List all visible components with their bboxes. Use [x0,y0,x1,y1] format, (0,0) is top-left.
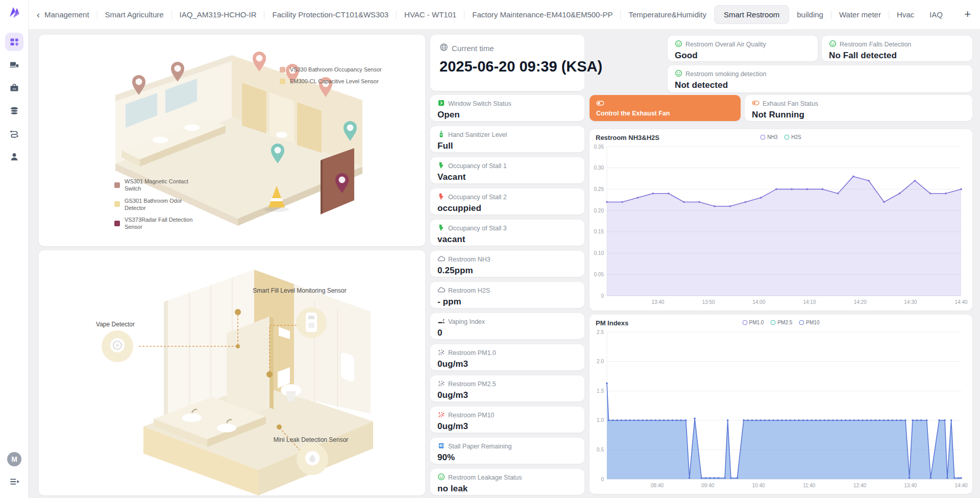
status-card-value: 0.25ppm [437,266,577,276]
alert-card-label: Restroom smoking detection [685,70,766,78]
app-logo[interactable] [7,5,22,20]
svg-text:13:40: 13:40 [651,299,664,305]
sidebar-database-icon[interactable] [5,102,23,120]
smiley-icon [829,40,837,49]
collapse-sidebar-icon[interactable] [9,476,20,487]
globe-icon [439,43,448,53]
current-time-card: Current time 2025-06-20 09:39 (KSA) [430,35,584,91]
legend-swatch [280,67,285,73]
alert-card-value: No Fall detected [829,51,965,61]
tab-hvac[interactable]: Hvac [889,6,922,23]
toilet-icon [437,161,445,171]
stall-detail-illustration [39,250,425,495]
tab-facility-protection-ct101-ws303[interactable]: Facility Protection-CT101&WS303 [264,6,396,23]
svg-text:14:20: 14:20 [854,299,867,305]
alert-card-label: Restroom Falls Detection [840,41,911,48]
tab-hvac-wt101[interactable]: HVAC - WT101 [397,6,464,23]
tab-iaq[interactable]: IAQ [922,6,950,23]
alert-card-value: Good [675,51,811,61]
overview-legend-item: VS330 Bathroom Occupancy Sensor [280,66,382,73]
tab-smart-restroom[interactable]: Smart Restroom [714,5,789,24]
alert-card-value: Not detected [675,80,965,90]
status-card-value: vacant [437,234,577,245]
fill-level-sensor-callout [296,307,327,338]
legend-item-pm2-5[interactable]: PM2.5 [771,320,792,325]
svg-text:0.25: 0.25 [594,186,604,192]
avatar[interactable]: M [7,452,21,466]
tab-iaq-am319-hcho-ir[interactable]: IAQ_AM319-HCHO-IR [172,6,264,23]
smiley-icon [675,69,682,79]
status-card: Restroom PM2.50ug/m3 [430,375,584,401]
sidebar-workflow-icon[interactable] [5,125,23,143]
chart-legend: NH3H2S [590,134,972,140]
svg-text:1.5: 1.5 [597,388,604,394]
status-card-label: Restroom PM10 [448,412,494,419]
smiley-icon [437,473,445,482]
status-card-label: Restroom Leakage Status [448,474,522,481]
svg-text:1.0: 1.0 [597,417,604,423]
svg-text:08:40: 08:40 [651,483,664,488]
smiley-icon [675,40,682,49]
legend-label: NH3 [767,134,777,140]
legend-label: PM2.5 [777,320,792,325]
status-card-label: Vaping Index [448,318,485,325]
legend-item-h2s[interactable]: H2S [785,134,801,140]
control-exhaust-fan-button[interactable]: Control the Exhaust Fan [590,95,741,121]
tab-management[interactable]: Management [44,6,97,23]
svg-text:12:40: 12:40 [853,483,866,488]
tabs-scroll-left-icon[interactable]: ‹ [33,9,44,20]
status-card-label: Occupancy of Stall 1 [448,162,507,170]
status-card-value: Open [437,110,577,120]
status-card-label: Restroom NH3 [448,256,491,263]
sidebar-solution-icon[interactable]: <> [5,79,23,97]
tab-smart-agriculture[interactable]: Smart Agriculture [97,6,172,23]
status-card-label: Restroom PM2.5 [448,381,496,388]
svg-text:0.30: 0.30 [594,165,604,171]
legend-item-pm1-0[interactable]: PM1.0 [743,320,764,325]
status-card: Occupancy of Stall 3vacant [430,220,584,246]
device-label: GS301 Bathroom Odor Detector [125,197,201,212]
sidebar-dashboard-icon[interactable] [5,33,23,51]
tab-factory-maintenance-em410-em500-pp[interactable]: Factory Maintenance-EM410&EM500-PP [464,6,620,23]
status-card: Restroom H2S- ppm [430,282,584,308]
status-card-value: 0ug/m3 [437,421,577,432]
svg-text:11:40: 11:40 [803,483,816,488]
sidebar: <> M [0,0,29,498]
svg-text:0.15: 0.15 [594,229,604,234]
svg-text:14:30: 14:30 [904,299,917,305]
svg-text:0: 0 [601,477,604,482]
alert-card: Restroom smoking detectionNot detected [668,65,972,92]
svg-text:0: 0 [601,293,604,299]
status-card-label: Occupancy of Stall 2 [448,194,507,201]
tab-temperature-humidity[interactable]: Temperature&Humidity [621,6,714,23]
status-card: Restroom NH30.25ppm [430,251,584,277]
status-card-label: Window Switch Status [448,100,511,107]
paper-icon [437,442,445,451]
device-label: VS373Radar Fall Detection Sensor [125,216,201,231]
legend-swatch [743,320,747,325]
tab-water-meter[interactable]: Water meter [831,6,889,23]
legend-swatch [114,182,120,188]
leak-sensor-callout [297,443,328,475]
sidebar-devices-icon[interactable] [5,56,23,74]
legend-item-pm10[interactable]: PM10 [799,320,819,325]
svg-text:0.5: 0.5 [597,447,604,453]
cloud-icon [437,286,445,295]
nh3-h2s-chart: 00.050.100.150.200.250.300.3513:4013:501… [592,144,970,309]
callout-label: Smart Fill Level Monitoring Sensor [253,287,346,294]
status-card: Restroom PM100ug/m3 [430,407,584,433]
status-card-value: Vacant [437,172,577,182]
sidebar-user-icon[interactable] [5,148,23,166]
legend-item-nh3[interactable]: NH3 [761,134,777,140]
add-dashboard-button[interactable]: + [959,8,973,22]
status-card: Hand Sanitizer LevelFull [430,126,584,152]
overview-legend-item: EM300-CL Capacitive Level Sensor [280,78,382,84]
status-card: Restroom Leakage Statusno leak [430,469,584,495]
legend-swatch [799,320,804,325]
status-card: Restroom PM1.00ug/m3 [430,344,584,370]
device-label-item: GS301 Bathroom Odor Detector [114,197,211,212]
restroom-overview-panel: VS330 Bathroom Occupancy SensorEM300-CL … [39,35,425,246]
legend-label: PM10 [806,320,819,325]
tab-building[interactable]: building [789,6,831,23]
toilet-icon [437,193,445,202]
